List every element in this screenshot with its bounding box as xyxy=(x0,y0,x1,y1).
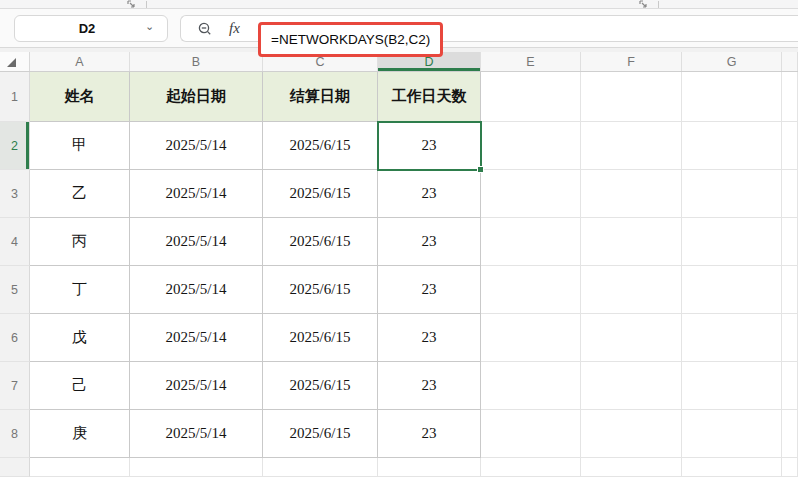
cell-F2[interactable] xyxy=(581,122,682,170)
formula-input[interactable]: =NETWORKDAYS(B2,C2) xyxy=(271,32,430,47)
cell-B1[interactable]: 起始日期 xyxy=(130,72,263,122)
cell-F8[interactable] xyxy=(581,410,682,458)
cell-A6[interactable]: 戊 xyxy=(30,314,130,362)
cell-E6[interactable] xyxy=(481,314,581,362)
cell-C8[interactable]: 2025/6/15 xyxy=(263,410,378,458)
cell-G9[interactable] xyxy=(682,458,782,477)
cell-C3[interactable]: 2025/6/15 xyxy=(263,170,378,218)
row-header-1[interactable]: 1 xyxy=(0,72,30,122)
cell-H3[interactable] xyxy=(782,170,798,218)
name-box[interactable]: D2 ⌄ xyxy=(14,15,168,42)
cell-C6[interactable]: 2025/6/15 xyxy=(263,314,378,362)
cell-G5[interactable] xyxy=(682,266,782,314)
select-all-corner[interactable] xyxy=(0,52,30,71)
table-row: 7己2025/5/142025/6/1523 xyxy=(0,362,798,410)
cell-A9[interactable] xyxy=(30,458,130,477)
selection-box[interactable] xyxy=(377,121,482,171)
cell-D5[interactable]: 23 xyxy=(378,266,481,314)
column-header-B[interactable]: B xyxy=(130,52,263,71)
cell-F3[interactable] xyxy=(581,170,682,218)
table-row: 5丁2025/5/142025/6/1523 xyxy=(0,266,798,314)
cell-A4[interactable]: 丙 xyxy=(30,218,130,266)
cell-E4[interactable] xyxy=(481,218,581,266)
cell-H2[interactable] xyxy=(782,122,798,170)
ribbon-strip xyxy=(0,0,798,9)
cell-G3[interactable] xyxy=(682,170,782,218)
column-header-E[interactable]: E xyxy=(481,52,581,71)
fill-handle[interactable] xyxy=(477,166,484,173)
cell-A1[interactable]: 姓名 xyxy=(30,72,130,122)
row-header-7[interactable]: 7 xyxy=(0,362,30,410)
cell-B5[interactable]: 2025/5/14 xyxy=(130,266,263,314)
chevron-down-icon[interactable]: ⌄ xyxy=(145,20,167,33)
cell-B9[interactable] xyxy=(130,458,263,477)
cell-D4[interactable]: 23 xyxy=(378,218,481,266)
cell-B4[interactable]: 2025/5/14 xyxy=(130,218,263,266)
cell-B2[interactable]: 2025/5/14 xyxy=(130,122,263,170)
column-header-F[interactable]: F xyxy=(581,52,682,71)
formula-annotation-box: =NETWORKDAYS(B2,C2) xyxy=(258,22,443,57)
cell-G6[interactable] xyxy=(682,314,782,362)
cell-F7[interactable] xyxy=(581,362,682,410)
cell-C7[interactable]: 2025/6/15 xyxy=(263,362,378,410)
row-header-6[interactable]: 6 xyxy=(0,314,30,362)
cell-H4[interactable] xyxy=(782,218,798,266)
cell-G8[interactable] xyxy=(682,410,782,458)
row-header-2[interactable]: 2 xyxy=(0,122,30,170)
cell-E3[interactable] xyxy=(481,170,581,218)
cell-C2[interactable]: 2025/6/15 xyxy=(263,122,378,170)
cell-E2[interactable] xyxy=(481,122,581,170)
cell-E8[interactable] xyxy=(481,410,581,458)
cell-G1[interactable] xyxy=(682,72,782,122)
row-header-8[interactable]: 8 xyxy=(0,410,30,458)
cell-G7[interactable] xyxy=(682,362,782,410)
row-header-partial[interactable] xyxy=(0,458,30,477)
cell-G4[interactable] xyxy=(682,218,782,266)
column-header-partial[interactable] xyxy=(782,52,798,71)
dialog-launcher-icon[interactable] xyxy=(127,0,136,8)
cell-C5[interactable]: 2025/6/15 xyxy=(263,266,378,314)
row-header-3[interactable]: 3 xyxy=(0,170,30,218)
cell-D1[interactable]: 工作日天数 xyxy=(378,72,481,122)
cell-G2[interactable] xyxy=(682,122,782,170)
cell-C9[interactable] xyxy=(263,458,378,477)
cell-H8[interactable] xyxy=(782,410,798,458)
cell-E5[interactable] xyxy=(481,266,581,314)
cell-D6[interactable]: 23 xyxy=(378,314,481,362)
cell-B8[interactable]: 2025/5/14 xyxy=(130,410,263,458)
cell-D9[interactable] xyxy=(378,458,481,477)
cell-H1[interactable] xyxy=(782,72,798,122)
cell-C1[interactable]: 结算日期 xyxy=(263,72,378,122)
cell-D7[interactable]: 23 xyxy=(378,362,481,410)
cell-F5[interactable] xyxy=(581,266,682,314)
column-header-A[interactable]: A xyxy=(30,52,130,71)
cell-F6[interactable] xyxy=(581,314,682,362)
row-header-4[interactable]: 4 xyxy=(0,218,30,266)
cell-B6[interactable]: 2025/5/14 xyxy=(130,314,263,362)
cell-A2[interactable]: 甲 xyxy=(30,122,130,170)
cell-A3[interactable]: 乙 xyxy=(30,170,130,218)
cell-H5[interactable] xyxy=(782,266,798,314)
cell-B7[interactable]: 2025/5/14 xyxy=(130,362,263,410)
insert-function-icon[interactable]: fx xyxy=(229,20,240,37)
cell-E1[interactable] xyxy=(481,72,581,122)
cell-A5[interactable]: 丁 xyxy=(30,266,130,314)
cell-E7[interactable] xyxy=(481,362,581,410)
cell-D8[interactable]: 23 xyxy=(378,410,481,458)
zoom-out-icon[interactable] xyxy=(197,21,213,37)
cell-F9[interactable] xyxy=(581,458,682,477)
cell-A7[interactable]: 己 xyxy=(30,362,130,410)
cell-F1[interactable] xyxy=(581,72,682,122)
dialog-launcher-icon[interactable] xyxy=(639,0,648,8)
cell-D3[interactable]: 23 xyxy=(378,170,481,218)
cell-H9[interactable] xyxy=(782,458,798,477)
cell-H6[interactable] xyxy=(782,314,798,362)
cell-F4[interactable] xyxy=(581,218,682,266)
cell-H7[interactable] xyxy=(782,362,798,410)
row-header-5[interactable]: 5 xyxy=(0,266,30,314)
cell-C4[interactable]: 2025/6/15 xyxy=(263,218,378,266)
column-header-G[interactable]: G xyxy=(682,52,782,71)
cell-E9[interactable] xyxy=(481,458,581,477)
cell-B3[interactable]: 2025/5/14 xyxy=(130,170,263,218)
cell-A8[interactable]: 庚 xyxy=(30,410,130,458)
